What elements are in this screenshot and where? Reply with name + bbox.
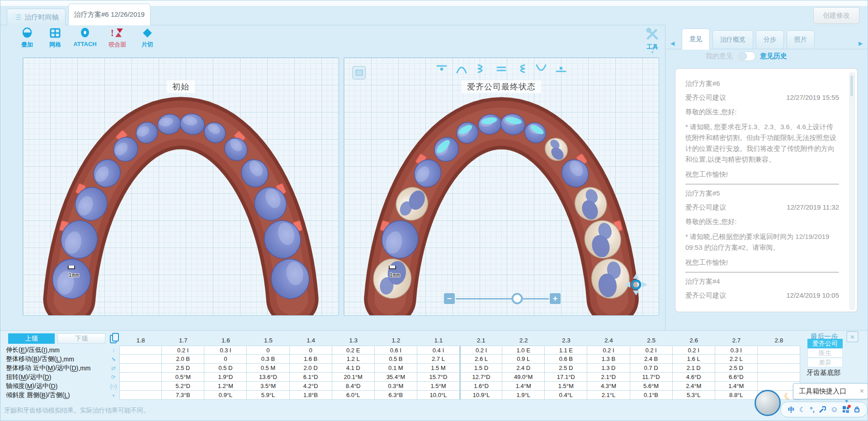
legend-option-item[interactable]: 医生 — [807, 348, 843, 358]
comment-history-link[interactable]: 意见历史 — [760, 52, 787, 61]
tab-photos[interactable]: 照片 — [787, 30, 815, 49]
ime-wrench-icon[interactable] — [819, 406, 826, 413]
measurement-cell: 10.0°L — [417, 391, 460, 400]
tooth-column-label: 2.3 — [545, 335, 587, 346]
measurement-cell: 10.9°L — [460, 391, 502, 400]
measurement-cell: 1.3 D — [587, 364, 630, 373]
zoom-in-button[interactable]: + — [550, 293, 561, 304]
view-right-lateral-icon[interactable] — [475, 63, 488, 74]
toolbar-attach-button[interactable]: ATTACH — [70, 26, 100, 50]
measurement-cell: 0.2 I — [630, 346, 673, 355]
tab-treatment-plan[interactable]: 治疗方案#6 12/26/2019 — [68, 4, 151, 25]
toolbar-occlusal-button[interactable]: ! 咬合面 — [104, 26, 132, 50]
ime-lock-icon[interactable] — [854, 406, 860, 413]
my-comments-toggle[interactable] — [737, 51, 755, 61]
viewport-initial[interactable]: 初始 1mm — [23, 57, 339, 316]
tools-icon — [645, 27, 660, 41]
viewport-final[interactable]: 爱齐公司最终状态 1mm − + — [344, 57, 659, 316]
measurement-cell: 2.4 B — [630, 355, 673, 364]
ime-emoji-icon[interactable]: ☺ — [830, 406, 838, 413]
toolbar-overlay-button[interactable]: 叠加 — [14, 26, 40, 50]
tab-treatment-overview[interactable]: 治疗概览 — [712, 30, 753, 49]
measurement-cell: 13.6°D — [247, 373, 289, 382]
measurement-cell: 0.5°M — [162, 373, 204, 382]
tab-treatment-timeline[interactable]: 治疗时间轴 — [7, 9, 66, 25]
comment-author: 爱齐公司建议 — [685, 203, 726, 212]
measurement-cell: 1.1 E — [545, 346, 587, 355]
disclaimer-text: 牙龈和牙齿移动模拟结果。实际治疗结果可能不同。 — [4, 407, 150, 415]
measurement-cell: 0.3°M — [375, 382, 417, 391]
viewport-initial-label: 初始 — [167, 80, 195, 93]
single-view-button[interactable] — [352, 66, 366, 80]
measurement-cell — [758, 355, 800, 364]
rotation-icon: ⟳ — [109, 373, 118, 382]
lower-jaw-button[interactable]: 下颌 — [57, 333, 105, 344]
comments-panel: 治疗方案#6爱齐公司建议12/27/2019 15:55尊敬的医生,您好:* 请… — [675, 68, 858, 312]
measurement-cell — [758, 346, 800, 355]
view-left-lateral-icon[interactable] — [514, 63, 528, 74]
tab-comments[interactable]: 意见 — [682, 28, 710, 50]
tooth-column-label: 1.8 — [119, 335, 162, 346]
measurement-cell: 0.3 I — [715, 346, 758, 355]
measurement-cell: 4.6°D — [673, 373, 715, 382]
view-occlusal-icon[interactable] — [495, 63, 508, 74]
copy-table-button[interactable] — [108, 332, 121, 345]
measurement-cell: 1.2 L — [332, 355, 375, 364]
measurement-row: 5.2°D1.2°M3.5°M4.2°D8.4°D0.3°M1.5°M1.6°D… — [119, 382, 800, 391]
measurement-cell: 17.1°D — [545, 373, 587, 382]
zoom-out-button[interactable]: − — [444, 293, 455, 304]
view-lower-anterior-icon[interactable] — [534, 63, 548, 74]
comment-meta: 爱齐公司建议12/27/2019 15:55 — [685, 94, 839, 102]
measurement-cell: 0 — [204, 355, 247, 364]
upper-jaw-button[interactable]: 上颌 — [8, 333, 55, 344]
measurement-row: 2.0 B00.3 B1.6 B1.2 L0.5 B2.7 L2.6 L0.9 … — [119, 355, 800, 364]
scale-bracket-icon — [388, 265, 396, 270]
comments-scrollbar[interactable] — [849, 72, 855, 310]
scale-marker: 1mm — [388, 263, 415, 278]
overlay-icon — [22, 26, 33, 40]
toolbar-grid-button[interactable]: 网格 — [42, 26, 68, 50]
measurement-cell: 1.5°M — [545, 382, 587, 391]
view-orientation-toolbar — [435, 63, 568, 74]
comment-item: 治疗方案#6爱齐公司建议12/27/2019 15:55尊敬的医生,您好:* 请… — [685, 80, 839, 180]
measurement-cell: 0.2 I — [162, 346, 204, 355]
legend-option-item[interactable]: 差异 — [807, 358, 843, 367]
view-anterior-icon[interactable] — [455, 63, 468, 74]
occlusal-warning-icon: ! — [111, 26, 124, 40]
measurement-cell: 0.7 D — [630, 364, 673, 373]
tab-staging[interactable]: 分步 — [756, 30, 784, 49]
view-bottom-icon[interactable] — [554, 63, 568, 74]
zoom-slider-handle[interactable] — [511, 293, 523, 304]
comment-greeting: 尊敬的医生,您好: — [685, 107, 839, 117]
tools-menu-button[interactable]: 工具 ▼ — [642, 27, 663, 54]
ime-halfwidth-icon[interactable]: ☾ — [799, 406, 805, 413]
weather-avatar[interactable] — [755, 390, 781, 416]
measurement-cell: 4.3°M — [587, 382, 630, 391]
comment-greeting: 尊敬的医生,您好: — [685, 216, 839, 227]
tooth-column-label: 2.4 — [587, 335, 630, 346]
ime-punctuation-icon[interactable]: °, — [810, 406, 814, 413]
comments-scrollbar-thumb[interactable] — [850, 75, 853, 96]
tooth-column-label: 1.2 — [375, 335, 417, 346]
legend-close-button[interactable]: × — [846, 331, 859, 342]
attachment-icon — [80, 26, 90, 40]
pan-navigation-widget[interactable] — [623, 272, 649, 297]
zoom-slider-track[interactable] — [456, 298, 549, 299]
toolbar-ipr-button[interactable]: 片切 — [134, 26, 160, 50]
comment-date: 12/24/2019 10:05 — [786, 291, 839, 300]
copy-icon — [109, 332, 119, 344]
comments-list[interactable]: 治疗方案#6爱齐公司建议12/27/2019 15:55尊敬的医生,您好:* 请… — [685, 75, 839, 310]
ime-chinese-mode-icon[interactable]: 中 — [788, 406, 795, 413]
svg-text:!: ! — [111, 28, 114, 38]
measurement-row-labels: 伸长(E)/压低(I),mm整体移动(B)/舌侧(L),mm整体移动 近中(M)… — [6, 346, 119, 400]
create-modification-button[interactable]: 创建修改 — [813, 7, 859, 24]
measurement-cell — [119, 355, 162, 364]
tabs-scroll-left-icon[interactable]: ◀ — [670, 40, 675, 47]
legend-option-selected[interactable]: 爱齐公司 — [807, 339, 843, 348]
popup-close-icon[interactable]: × — [860, 387, 864, 395]
tabs-scroll-right-icon[interactable]: ▶ — [859, 40, 863, 47]
ime-toolbox-grid-icon[interactable] — [843, 406, 849, 413]
measurement-cell: 4.1 D — [332, 364, 375, 373]
view-top-icon[interactable] — [435, 63, 448, 74]
measurement-cell: 1.8°B — [290, 391, 332, 400]
